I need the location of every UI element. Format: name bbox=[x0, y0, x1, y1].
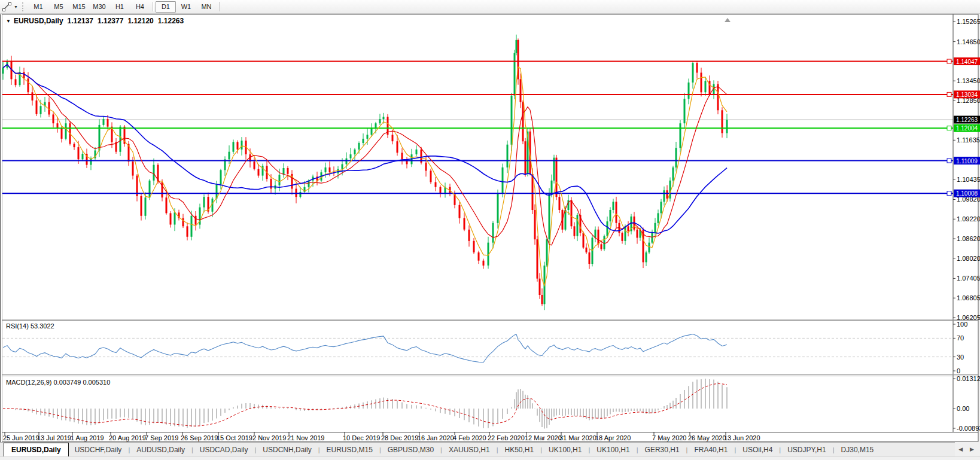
svg-text:31 Mar 2020: 31 Mar 2020 bbox=[559, 434, 596, 441]
svg-text:0.013121: 0.013121 bbox=[957, 375, 980, 382]
timeframe-button-d1[interactable]: D1 bbox=[156, 1, 176, 13]
svg-text:28 Dec 2019: 28 Dec 2019 bbox=[381, 434, 418, 441]
chart-tab-usdcnh-daily[interactable]: USDCNH,Daily bbox=[257, 444, 317, 456]
svg-text:1 Aug 2019: 1 Aug 2019 bbox=[71, 434, 104, 441]
svg-text:1.10435: 1.10435 bbox=[957, 176, 980, 183]
timeframe-button-row: M1M5M15M30H1H4D1W1MN bbox=[28, 1, 222, 13]
svg-text:13 Jul 2019: 13 Jul 2019 bbox=[37, 434, 71, 441]
crosshair-icon[interactable] bbox=[2, 2, 13, 11]
line-endpoint-marker bbox=[947, 191, 951, 196]
ohlc-high: 1.12377 bbox=[98, 17, 123, 25]
tab-scroll-left-icon[interactable]: ◀ bbox=[958, 446, 963, 452]
chart-window-frame bbox=[2, 14, 978, 441]
chart-tab-eurusd-m15[interactable]: EURUSD,M15 bbox=[321, 444, 379, 456]
line-endpoint-marker bbox=[947, 59, 951, 63]
macd-indicator-label: MACD(12,26,9) 0.003749 0.005310 bbox=[6, 379, 110, 386]
svg-text:21 Nov 2019: 21 Nov 2019 bbox=[287, 434, 324, 441]
timeframe-button-m5[interactable]: M5 bbox=[48, 1, 69, 13]
svg-text:18 Apr 2020: 18 Apr 2020 bbox=[595, 434, 631, 441]
svg-text:1.06805: 1.06805 bbox=[957, 294, 980, 301]
chart-tab-usdjpy-h1[interactable]: USDJPY,H1 bbox=[781, 444, 832, 456]
svg-text:12 Mar 2020: 12 Mar 2020 bbox=[525, 434, 562, 441]
svg-text:1.12004: 1.12004 bbox=[956, 125, 978, 132]
svg-text:10 Dec 2019: 10 Dec 2019 bbox=[343, 434, 380, 441]
timeframe-button-m1[interactable]: M1 bbox=[28, 1, 48, 13]
svg-text:4 Feb 2020: 4 Feb 2020 bbox=[453, 434, 486, 441]
svg-text:26 May 2020: 26 May 2020 bbox=[688, 434, 726, 441]
svg-text:70: 70 bbox=[957, 334, 964, 342]
chart-tab-ger30-h1[interactable]: GER30,H1 bbox=[639, 444, 686, 456]
timeframe-button-w1[interactable]: W1 bbox=[176, 1, 196, 13]
chart-tab-usdcad-daily[interactable]: USDCAD,Daily bbox=[194, 444, 254, 456]
svg-text:1.07405: 1.07405 bbox=[957, 275, 980, 282]
svg-text:30: 30 bbox=[957, 354, 964, 361]
svg-text:100: 100 bbox=[957, 321, 967, 328]
svg-text:1.11635: 1.11635 bbox=[957, 136, 980, 144]
tab-scroll-right-icon[interactable]: ▶ bbox=[970, 446, 974, 452]
timeframe-button-h1[interactable]: H1 bbox=[109, 1, 130, 13]
toolbar-grip bbox=[22, 2, 23, 11]
svg-text:26 Sep 2019: 26 Sep 2019 bbox=[181, 434, 218, 441]
line-endpoint-marker bbox=[947, 126, 951, 130]
tool-dropdown-caret[interactable]: ▼ bbox=[14, 5, 18, 9]
svg-text:15 Oct 2019: 15 Oct 2019 bbox=[217, 434, 252, 441]
chart-tab-usoil-h4[interactable]: USOil,H4 bbox=[736, 444, 778, 456]
chart-title: ▼ EURUSD,Daily 1.12137 1.12377 1.12120 1… bbox=[6, 17, 188, 25]
line-endpoint-marker bbox=[947, 92, 951, 96]
svg-text:1.15265: 1.15265 bbox=[957, 18, 980, 25]
svg-text:1.12263: 1.12263 bbox=[956, 117, 978, 123]
chart-symbol: EURUSD,Daily bbox=[14, 17, 63, 25]
chart-tab-dj30-m15[interactable]: DJ30,M15 bbox=[835, 444, 880, 456]
svg-text:1.11009: 1.11009 bbox=[956, 158, 978, 164]
svg-text:2 Nov 2019: 2 Nov 2019 bbox=[252, 434, 286, 441]
svg-text:0: 0 bbox=[957, 367, 960, 374]
line-endpoint-marker bbox=[947, 159, 951, 163]
svg-text:1.13034: 1.13034 bbox=[956, 92, 978, 98]
status-bar bbox=[0, 456, 980, 460]
ohlc-low: 1.12120 bbox=[127, 17, 153, 25]
chart-tab-hk50-h1[interactable]: HK50,H1 bbox=[499, 444, 540, 456]
svg-text:25 Jun 2019: 25 Jun 2019 bbox=[3, 434, 39, 441]
svg-text:1.08020: 1.08020 bbox=[957, 255, 980, 262]
chart-tab-usdchf-daily[interactable]: USDCHF,Daily bbox=[69, 444, 128, 456]
timeframe-button-m15[interactable]: M15 bbox=[69, 1, 89, 13]
chart-tab-fra40-h1[interactable]: FRA40,H1 bbox=[688, 444, 734, 456]
chart-tab-uk100-h1[interactable]: UK100,H1 bbox=[543, 444, 588, 456]
toolbar-separator bbox=[219, 2, 220, 11]
svg-text:20 Aug 2019: 20 Aug 2019 bbox=[109, 434, 146, 441]
tab-scroll-arrows: ◀ ▶ bbox=[958, 446, 974, 452]
svg-text:7 Sep 2019: 7 Sep 2019 bbox=[145, 434, 178, 441]
svg-text:-0.008933: -0.008933 bbox=[957, 425, 980, 432]
chart-tab-eurusd-daily[interactable]: EURUSD,Daily bbox=[4, 443, 69, 456]
timeframe-button-h4[interactable]: H4 bbox=[130, 1, 150, 13]
svg-text:22 Feb 2020: 22 Feb 2020 bbox=[488, 434, 525, 441]
svg-text:1.08620: 1.08620 bbox=[957, 235, 980, 242]
rsi-indicator-label: RSI(14) 53.3022 bbox=[6, 322, 54, 330]
chart-tab-audusd-daily[interactable]: AUDUSD,Daily bbox=[130, 444, 191, 456]
svg-text:13 Jun 2020: 13 Jun 2020 bbox=[724, 434, 760, 441]
svg-text:16 Jan 2020: 16 Jan 2020 bbox=[418, 434, 454, 441]
svg-text:7 May 2020: 7 May 2020 bbox=[652, 434, 686, 441]
toolbar-separator bbox=[153, 2, 153, 11]
svg-text:1.09220: 1.09220 bbox=[957, 215, 980, 223]
ohlc-open: 1.12137 bbox=[68, 17, 93, 25]
chart-tab-bar: EURUSD,DailyUSDCHF,Daily|AUDUSD,Daily|US… bbox=[0, 442, 955, 456]
chart-tab-uk100-h1[interactable]: UK100,H1 bbox=[591, 444, 635, 456]
timeframe-button-mn[interactable]: MN bbox=[196, 1, 217, 13]
chart-tab-gbpusd-m30[interactable]: GBPUSD,M30 bbox=[382, 444, 440, 456]
timeframe-button-m30[interactable]: M30 bbox=[89, 1, 109, 13]
collapse-caret-icon[interactable]: ▼ bbox=[6, 19, 11, 24]
svg-text:1.13450: 1.13450 bbox=[957, 77, 980, 84]
ohlc-close: 1.12263 bbox=[158, 17, 184, 25]
svg-text:1.14650: 1.14650 bbox=[957, 38, 980, 45]
chart-canvas[interactable]: 1.152651.146501.134501.128501.116351.104… bbox=[0, 0, 980, 442]
window-left-edge bbox=[0, 14, 2, 442]
svg-text:1.10008: 1.10008 bbox=[956, 190, 978, 197]
top-toolbar: ▼ M1M5M15M30H1H4D1W1MN bbox=[0, 0, 980, 14]
chart-tab-xauusd-h1[interactable]: XAUUSD,H1 bbox=[443, 444, 496, 456]
svg-text:0.00: 0.00 bbox=[957, 405, 969, 412]
svg-text:1.14047: 1.14047 bbox=[956, 59, 978, 65]
